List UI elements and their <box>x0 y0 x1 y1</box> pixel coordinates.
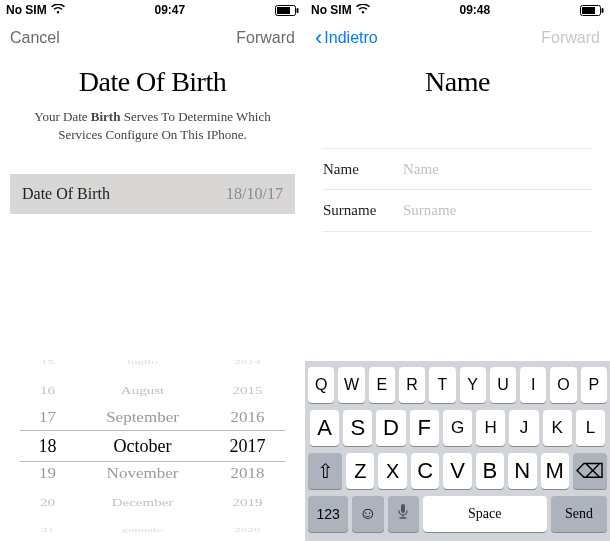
picker-col-month[interactable]: luglio August September October November… <box>73 351 213 541</box>
svg-rect-2 <box>297 8 299 13</box>
page-title: Date Of Birth <box>0 66 305 98</box>
screen-name: No SIM 09:48 ‹ Indietro Forward Name Nam… <box>305 0 610 541</box>
clock-label: 09:48 <box>459 3 490 17</box>
carrier-label: No SIM <box>6 3 47 17</box>
surname-input[interactable] <box>403 202 592 219</box>
key-j[interactable]: J <box>509 410 538 446</box>
name-input[interactable] <box>403 161 592 178</box>
carrier-label: No SIM <box>311 3 352 17</box>
key-p[interactable]: P <box>581 367 607 403</box>
key-s[interactable]: S <box>343 410 372 446</box>
page-subtitle: Your Date Birth Serves To Determine Whic… <box>20 108 285 144</box>
key-h[interactable]: H <box>476 410 505 446</box>
key-z[interactable]: Z <box>346 453 374 489</box>
key-emoji[interactable]: ☺ <box>352 496 383 532</box>
svg-rect-6 <box>401 504 405 513</box>
key-f[interactable]: F <box>410 410 439 446</box>
forward-button[interactable]: Forward <box>236 29 295 47</box>
page-title: Name <box>305 66 610 98</box>
key-shift[interactable]: ⇧ <box>308 453 342 489</box>
key-w[interactable]: W <box>338 367 364 403</box>
status-bar: No SIM 09:48 <box>305 0 610 20</box>
key-x[interactable]: X <box>378 453 406 489</box>
key-k[interactable]: K <box>543 410 572 446</box>
screen-date-of-birth: No SIM 09:47 Cancel Forward Date Of Birt… <box>0 0 305 541</box>
keyboard: Q W E R T Y U I O P A S D F G H J K L ⇧ … <box>305 361 610 541</box>
key-t[interactable]: T <box>429 367 455 403</box>
key-space[interactable]: Space <box>423 496 547 532</box>
date-picker[interactable]: 15 16 17 18 19 20 21 luglio August Septe… <box>0 351 305 541</box>
svg-rect-4 <box>582 7 595 14</box>
nav-bar: Cancel Forward <box>0 20 305 56</box>
dob-field[interactable]: Date Of Birth 18/10/17 <box>10 174 295 214</box>
key-c[interactable]: C <box>411 453 439 489</box>
key-g[interactable]: G <box>443 410 472 446</box>
key-send[interactable]: Send <box>551 496 607 532</box>
name-form: Name Surname <box>305 148 610 232</box>
back-button[interactable]: ‹ Indietro <box>315 25 395 51</box>
key-a[interactable]: A <box>310 410 339 446</box>
key-m[interactable]: M <box>541 453 569 489</box>
cancel-button[interactable]: Cancel <box>10 29 60 47</box>
key-numbers[interactable]: 123 <box>308 496 348 532</box>
chevron-left-icon: ‹ <box>315 25 322 51</box>
key-l[interactable]: L <box>576 410 605 446</box>
key-backspace[interactable]: ⌫ <box>573 453 607 489</box>
key-d[interactable]: D <box>376 410 405 446</box>
nav-bar: ‹ Indietro Forward <box>305 20 610 56</box>
clock-label: 09:47 <box>154 3 185 17</box>
wifi-icon <box>51 3 65 17</box>
key-r[interactable]: R <box>399 367 425 403</box>
key-b[interactable]: B <box>476 453 504 489</box>
key-n[interactable]: N <box>508 453 536 489</box>
forward-button-disabled: Forward <box>541 29 600 47</box>
dob-label: Date Of Birth <box>22 185 110 203</box>
picker-col-year[interactable]: 2014 2015 2016 2017 2018 2019 2020 <box>213 351 283 541</box>
status-bar: No SIM 09:47 <box>0 0 305 20</box>
key-y[interactable]: Y <box>460 367 486 403</box>
surname-label: Surname <box>323 202 403 219</box>
svg-rect-1 <box>277 7 290 14</box>
key-q[interactable]: Q <box>308 367 334 403</box>
key-v[interactable]: V <box>443 453 471 489</box>
name-label: Name <box>323 161 403 178</box>
svg-rect-5 <box>602 8 604 13</box>
key-e[interactable]: E <box>369 367 395 403</box>
picker-col-day[interactable]: 15 16 17 18 19 20 21 <box>23 351 73 541</box>
key-u[interactable]: U <box>490 367 516 403</box>
dob-value: 18/10/17 <box>226 185 283 203</box>
battery-icon <box>275 5 299 16</box>
battery-icon <box>580 5 604 16</box>
key-o[interactable]: O <box>550 367 576 403</box>
key-mic[interactable] <box>388 496 419 532</box>
wifi-icon <box>356 3 370 17</box>
key-i[interactable]: I <box>520 367 546 403</box>
mic-icon <box>397 503 409 526</box>
